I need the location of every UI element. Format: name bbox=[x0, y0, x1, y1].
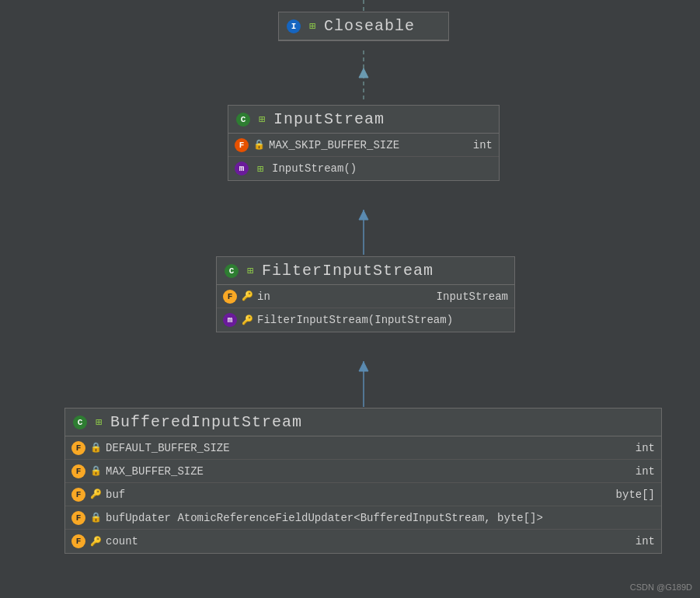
module-icon-closeable: ⊞ bbox=[305, 21, 319, 32]
field-label-bufupdater: bufUpdater AtomicReferenceFieldUpdater<B… bbox=[106, 512, 655, 524]
icon-filterinputstream: C bbox=[225, 264, 239, 278]
field-label-count: count bbox=[106, 535, 631, 548]
module-icon-inputstream: ⊞ bbox=[255, 114, 269, 125]
field-type-count: int bbox=[636, 535, 655, 548]
key-icon-filterinputstream-constructor: 🔑 bbox=[242, 315, 252, 325]
icon-bufferedinputstream: C bbox=[73, 415, 87, 429]
field-type-default-buffer-size: int bbox=[636, 442, 655, 454]
field-row-buf: F 🔑 buf byte[] bbox=[65, 483, 661, 506]
method-icon-filterinputstream-constructor: m bbox=[223, 313, 237, 327]
field-label-in: in bbox=[257, 290, 432, 303]
method-row-inputstream-constructor: m ⊞ InputStream() bbox=[228, 157, 499, 180]
field-icon-max-buffer-size: F bbox=[71, 464, 85, 478]
field-type-in: InputStream bbox=[437, 290, 508, 303]
field-row-count: F 🔑 count int bbox=[65, 530, 661, 553]
class-box-filterinputstream: C ⊞ FilterInputStream F 🔑 in InputStream… bbox=[216, 256, 515, 332]
field-row-in: F 🔑 in InputStream bbox=[217, 285, 514, 308]
class-header-bufferedinputstream: C ⊞ BufferedInputStream bbox=[65, 409, 661, 436]
field-icon-in: F bbox=[223, 290, 237, 304]
svg-marker-7 bbox=[359, 362, 368, 371]
field-row-max-skip: F 🔒 MAX_SKIP_BUFFER_SIZE int bbox=[228, 134, 499, 157]
key-icon-buf: 🔑 bbox=[90, 489, 101, 500]
field-label-max-skip: MAX_SKIP_BUFFER_SIZE bbox=[269, 139, 468, 151]
field-row-bufupdater: F 🔒 bufUpdater AtomicReferenceFieldUpdat… bbox=[65, 506, 661, 530]
icon-closeable: I bbox=[287, 19, 301, 33]
field-type-buf: byte[] bbox=[616, 488, 655, 501]
field-icon-default-buffer-size: F bbox=[71, 441, 85, 455]
field-label-default-buffer-size: DEFAULT_BUFFER_SIZE bbox=[106, 442, 631, 454]
module-icon-filterinputstream: ⊞ bbox=[243, 266, 257, 276]
class-title-filterinputstream: FilterInputStream bbox=[262, 262, 434, 280]
class-title-inputstream: InputStream bbox=[273, 110, 385, 128]
lock-icon-default-buffer-size: 🔒 bbox=[90, 443, 101, 454]
method-module-inputstream-constructor: ⊞ bbox=[253, 163, 267, 174]
svg-marker-5 bbox=[359, 210, 368, 220]
lock-icon-max-buffer-size: 🔒 bbox=[90, 466, 101, 477]
icon-inputstream: C bbox=[236, 113, 250, 127]
class-title-bufferedinputstream: BufferedInputStream bbox=[110, 413, 302, 431]
field-icon-buf: F bbox=[71, 488, 85, 502]
field-row-default-buffer-size: F 🔒 DEFAULT_BUFFER_SIZE int bbox=[65, 436, 661, 460]
field-icon-bufupdater: F bbox=[71, 511, 85, 525]
method-row-filterinputstream-constructor: m 🔑 FilterInputStream(InputStream) bbox=[217, 308, 514, 332]
field-icon-count: F bbox=[71, 534, 85, 548]
key-icon-count: 🔑 bbox=[90, 536, 101, 547]
key-icon-in: 🔑 bbox=[242, 291, 252, 302]
class-header-inputstream: C ⊞ InputStream bbox=[228, 106, 499, 134]
class-header-filterinputstream: C ⊞ FilterInputStream bbox=[217, 257, 514, 285]
field-label-buf: buf bbox=[106, 488, 611, 501]
class-box-bufferedinputstream: C ⊞ BufferedInputStream F 🔒 DEFAULT_BUFF… bbox=[64, 408, 662, 554]
field-row-max-buffer-size: F 🔒 MAX_BUFFER_SIZE int bbox=[65, 460, 661, 483]
diagram-container: I ⊞ Closeable C ⊞ InputStream F 🔒 MAX_SK… bbox=[0, 0, 700, 598]
module-icon-bufferedinputstream: ⊞ bbox=[92, 417, 106, 428]
lock-icon-max-skip: 🔒 bbox=[253, 140, 264, 151]
class-title-closeable: Closeable bbox=[324, 17, 415, 35]
method-label-filterinputstream-constructor: FilterInputStream(InputStream) bbox=[257, 314, 508, 326]
class-box-closeable: I ⊞ Closeable bbox=[278, 12, 449, 41]
class-header-closeable: I ⊞ Closeable bbox=[279, 12, 448, 40]
watermark: CSDN @G189D bbox=[630, 582, 692, 592]
field-type-max-buffer-size: int bbox=[636, 465, 655, 478]
method-label-inputstream-constructor: InputStream() bbox=[272, 162, 493, 175]
field-icon-max-skip: F bbox=[235, 138, 249, 152]
svg-marker-3 bbox=[359, 68, 368, 78]
class-box-inputstream: C ⊞ InputStream F 🔒 MAX_SKIP_BUFFER_SIZE… bbox=[228, 105, 500, 181]
field-label-max-buffer-size: MAX_BUFFER_SIZE bbox=[106, 465, 631, 478]
lock-icon-bufupdater: 🔒 bbox=[90, 513, 101, 523]
field-type-max-skip: int bbox=[473, 139, 493, 151]
method-icon-inputstream-constructor: m bbox=[235, 162, 249, 176]
